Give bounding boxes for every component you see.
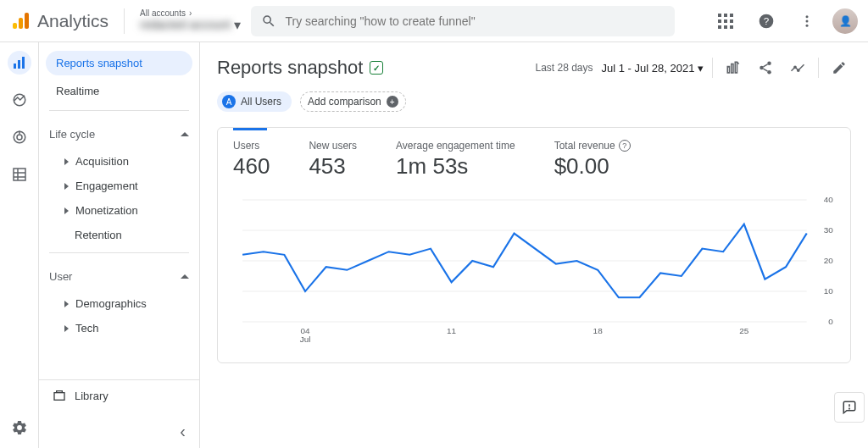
svg-text:0: 0 xyxy=(828,317,833,325)
plus-icon: + xyxy=(387,96,398,108)
svg-rect-2 xyxy=(25,13,29,29)
library-icon xyxy=(53,389,66,402)
settings-icon[interactable] xyxy=(8,416,31,440)
nav-acquisition[interactable]: Acquisition xyxy=(49,149,199,174)
metric-users[interactable]: Users 460 xyxy=(233,140,270,180)
svg-text:?: ? xyxy=(764,15,770,26)
search-input[interactable] xyxy=(285,14,665,28)
svg-rect-6 xyxy=(718,19,721,23)
metric-new-users[interactable]: New users 453 xyxy=(309,140,357,180)
svg-point-16 xyxy=(806,24,809,26)
svg-text:11: 11 xyxy=(447,326,456,335)
svg-point-32 xyxy=(767,62,771,66)
date-range-picker[interactable]: Jul 1 - Jul 28, 2021 ▾ xyxy=(602,62,704,75)
svg-rect-3 xyxy=(718,14,721,17)
svg-text:40: 40 xyxy=(824,195,833,203)
feedback-button[interactable] xyxy=(834,392,865,423)
svg-rect-24 xyxy=(14,169,25,180)
active-tab-indicator xyxy=(233,128,267,130)
svg-rect-8 xyxy=(730,19,733,23)
svg-rect-9 xyxy=(718,25,721,29)
triangle-icon xyxy=(64,183,69,190)
svg-point-36 xyxy=(794,66,796,68)
svg-rect-11 xyxy=(730,25,733,29)
segment-badge-icon: A xyxy=(222,95,236,108)
chip-all-users[interactable]: A All Users xyxy=(217,91,292,112)
chip-add-comparison[interactable]: Add comparison + xyxy=(300,91,406,112)
nav-group-lifecycle[interactable]: Life cycle xyxy=(49,123,189,146)
metrics-card: Users 460 New users 453 Average engageme… xyxy=(217,127,851,363)
insights-icon[interactable] xyxy=(786,56,810,80)
verified-badge-icon: ✓ xyxy=(370,61,383,75)
help-icon[interactable]: ? xyxy=(751,6,782,36)
topbar: Analytics All accounts › redacted accoun… xyxy=(0,0,868,42)
metric-total-revenue[interactable]: Total revenue? $0.00 xyxy=(554,140,631,180)
svg-rect-19 xyxy=(22,57,25,69)
rail-explore-icon[interactable] xyxy=(8,88,31,112)
search-box[interactable] xyxy=(251,6,675,36)
account-selector[interactable]: All accounts › redacted account ▾ xyxy=(140,8,241,33)
svg-rect-17 xyxy=(14,64,16,69)
share-icon[interactable] xyxy=(754,56,777,80)
rail-reports-icon[interactable] xyxy=(8,51,31,75)
brand-name: Analytics xyxy=(37,11,108,31)
chevron-right-icon: › xyxy=(189,8,192,18)
triangle-icon xyxy=(64,158,69,165)
nav-tech[interactable]: Tech xyxy=(49,316,199,340)
chevron-down-icon: ▾ xyxy=(234,18,241,33)
apps-grid-icon[interactable] xyxy=(710,6,741,36)
svg-text:10: 10 xyxy=(824,286,833,295)
divider xyxy=(124,8,125,34)
svg-point-35 xyxy=(798,69,799,71)
nav-reports-snapshot[interactable]: Reports snapshot xyxy=(46,51,192,75)
svg-rect-10 xyxy=(724,25,727,29)
nav-realtime[interactable]: Realtime xyxy=(46,79,192,103)
svg-text:04: 04 xyxy=(300,326,309,335)
metric-avg-engagement[interactable]: Average engagement time 1m 53s xyxy=(396,140,515,180)
svg-text:25: 25 xyxy=(739,326,748,335)
page-title: Reports snapshot xyxy=(217,57,363,79)
user-avatar[interactable]: 👤 xyxy=(832,8,858,34)
svg-rect-4 xyxy=(724,14,727,17)
account-name: redacted account xyxy=(140,19,231,31)
svg-point-22 xyxy=(17,135,22,140)
svg-rect-30 xyxy=(732,64,733,74)
info-icon[interactable]: ? xyxy=(619,140,631,152)
collapse-nav-icon[interactable]: ‹ xyxy=(180,422,186,441)
chevron-up-icon xyxy=(181,274,189,279)
nav-monetization[interactable]: Monetization xyxy=(49,198,199,223)
svg-rect-18 xyxy=(18,60,20,69)
customize-report-icon[interactable] xyxy=(721,56,745,80)
svg-point-34 xyxy=(767,70,771,75)
nav-engagement[interactable]: Engagement xyxy=(49,174,199,198)
nav-group-user[interactable]: User xyxy=(49,265,189,288)
more-menu-icon[interactable] xyxy=(792,6,822,36)
triangle-icon xyxy=(64,301,69,307)
svg-text:18: 18 xyxy=(593,326,603,335)
analytics-logo-icon xyxy=(10,11,31,31)
svg-rect-7 xyxy=(724,19,727,23)
svg-rect-29 xyxy=(727,67,729,74)
left-rail xyxy=(0,42,39,448)
svg-rect-1 xyxy=(19,18,23,29)
logo-brand[interactable]: Analytics xyxy=(10,11,108,31)
svg-rect-5 xyxy=(730,14,733,17)
svg-point-15 xyxy=(806,19,809,22)
nav-library[interactable]: Library xyxy=(39,379,199,411)
svg-rect-28 xyxy=(54,393,64,401)
svg-text:Jul: Jul xyxy=(300,335,311,343)
account-label: All accounts xyxy=(140,8,186,18)
svg-point-33 xyxy=(760,66,764,70)
rail-configure-icon[interactable] xyxy=(8,163,31,186)
nav-retention[interactable]: Retention xyxy=(49,223,199,247)
main-content: Reports snapshot ✓ Last 28 days Jul 1 - … xyxy=(200,42,868,448)
edit-icon[interactable] xyxy=(827,56,851,80)
svg-text:20: 20 xyxy=(824,256,833,264)
chevron-up-icon xyxy=(181,132,189,136)
svg-point-14 xyxy=(806,15,809,18)
nav-demographics[interactable]: Demographics xyxy=(49,291,199,316)
svg-text:30: 30 xyxy=(824,225,833,234)
rail-advertising-icon[interactable] xyxy=(8,125,31,149)
users-line-chart: 01020304004Jul111825 xyxy=(233,195,835,347)
triangle-icon xyxy=(64,325,69,332)
